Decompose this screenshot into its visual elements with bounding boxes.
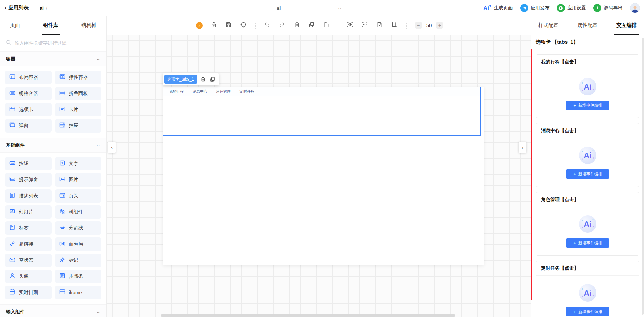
toolbar-group — [346, 21, 399, 30]
undo-button[interactable] — [263, 21, 272, 30]
component-item-label: 栅格容器 — [19, 91, 38, 97]
doc-check-button[interactable] — [375, 21, 384, 30]
component-item-卡片[interactable]: 卡片 — [55, 103, 102, 116]
info-button[interactable]: i — [195, 21, 204, 30]
breadcrumb-app-name: ai — [40, 5, 44, 11]
save-button[interactable] — [224, 21, 233, 30]
component-item-栅格容器[interactable]: 栅格容器 — [5, 87, 52, 100]
marker-icon — [59, 256, 66, 264]
add-event-button[interactable]: ＋新增事件编排 — [566, 101, 609, 110]
action-label: 生成页面 — [494, 5, 513, 11]
add-event-button[interactable]: ＋新增事件编排 — [566, 307, 609, 316]
horizontal-scrollbar[interactable] — [161, 314, 455, 317]
component-item-面包屑[interactable]: 面包屑 — [55, 237, 102, 251]
selection-chip[interactable]: 选项卡_tabs_1 — [164, 75, 197, 84]
scan-preview-button[interactable] — [346, 21, 355, 30]
component-item-文字[interactable]: 文字 — [55, 157, 102, 170]
action-export-source[interactable]: 源码导出 — [593, 4, 623, 12]
action-app-settings[interactable]: 应用设置 — [557, 4, 586, 12]
svg-text:Ai: Ai — [584, 220, 592, 229]
component-item-布局容器[interactable]: 布局容器 — [5, 71, 52, 84]
config-tab-样式配置[interactable]: 样式配置 — [538, 16, 558, 35]
component-item-标记[interactable]: 标记 — [55, 254, 102, 267]
zoom-out-button[interactable]: − — [415, 22, 422, 29]
config-tab-属性配置[interactable]: 属性配置 — [578, 16, 598, 35]
component-item-树组件[interactable]: 树组件 — [55, 205, 102, 219]
component-item-弹性容器[interactable]: 弹性容器 — [55, 71, 102, 84]
search-input[interactable] — [15, 40, 100, 46]
component-item-选项卡[interactable]: 选项卡 — [5, 103, 52, 116]
vertical-scrollbar[interactable] — [642, 38, 644, 315]
design-canvas[interactable]: 选项卡_tabs_1 我的行程消息中心角色管理定时任务 ‹ › — [107, 35, 531, 317]
component-item-抽屉[interactable]: 抽屉 — [55, 119, 102, 133]
scan-code-button[interactable] — [361, 21, 369, 30]
left-tab-结构树[interactable]: 结构树 — [81, 16, 96, 35]
delete-component-icon[interactable] — [200, 76, 206, 83]
page-selector[interactable]: ai ⌄ — [277, 0, 354, 16]
left-tab-页面[interactable]: 页面 — [10, 16, 20, 35]
canvas-toolbar: i−50+ — [107, 16, 531, 35]
avatar-icon — [9, 272, 16, 280]
component-item-头像[interactable]: 头像 — [5, 270, 52, 283]
chevron-down-icon: ⌄ — [337, 6, 342, 10]
target-icon — [240, 21, 247, 29]
iframe-icon — [59, 288, 66, 297]
action-generate-page[interactable]: Ai生成页面 — [483, 4, 513, 12]
component-item-label: 超链接 — [19, 241, 33, 247]
redo-button[interactable] — [278, 21, 286, 30]
trash-button[interactable] — [292, 21, 301, 30]
action-publish-app[interactable]: 应用发布 — [520, 4, 549, 12]
section-header-容器[interactable]: 容器⌄ — [0, 51, 106, 66]
component-item-提示弹窗[interactable]: 提示弹窗 — [5, 173, 52, 187]
selected-tabs-component[interactable]: 选项卡_tabs_1 我的行程消息中心角色管理定时任务 — [163, 87, 481, 136]
component-item-分割线[interactable]: 分割线 — [55, 221, 102, 235]
component-tab-我的行程[interactable]: 我的行程 — [169, 89, 184, 94]
component-tab-消息中心[interactable]: 消息中心 — [193, 89, 207, 94]
unlock-button[interactable] — [210, 21, 218, 30]
zoom-in-button[interactable]: + — [436, 22, 443, 29]
user-avatar[interactable] — [630, 3, 640, 13]
duplicate-component-icon[interactable] — [210, 76, 216, 83]
collapse-left-panel-button[interactable]: ‹ — [108, 142, 116, 153]
collapse-panel-icon — [59, 90, 66, 98]
topbar-divider — [34, 5, 34, 11]
frame-button[interactable] — [390, 21, 399, 30]
add-event-button[interactable]: ＋新增事件编排 — [566, 238, 609, 248]
component-item-标签[interactable]: 标签 — [5, 221, 52, 235]
component-item-label: 头像 — [19, 273, 29, 279]
component-item-图片[interactable]: 图片 — [55, 173, 102, 187]
component-item-幻灯片[interactable]: 幻灯片 — [5, 205, 52, 219]
component-search[interactable] — [0, 35, 106, 51]
component-tab-定时任务[interactable]: 定时任务 — [239, 89, 254, 94]
add-event-button[interactable]: ＋新增事件编排 — [566, 169, 609, 179]
component-item-按钮[interactable]: BTN按钮 — [5, 157, 52, 170]
component-item-超链接[interactable]: 超链接 — [5, 237, 52, 251]
component-item-描述列表[interactable]: 描述列表 — [5, 189, 52, 203]
action-label: 应用设置 — [567, 5, 586, 11]
component-item-label: 文字 — [69, 161, 78, 167]
config-tab-交互编排[interactable]: 交互编排 — [616, 16, 637, 35]
collapse-right-panel-button[interactable]: › — [519, 142, 526, 153]
section-header-基础组件[interactable]: 基础组件⌄ — [0, 138, 106, 153]
back-button[interactable]: ‹ 应用列表 — [5, 5, 29, 11]
component-item-弹窗[interactable]: 弹窗 — [5, 119, 52, 133]
component-tab-角色管理[interactable]: 角色管理 — [216, 89, 231, 94]
component-item-空状态[interactable]: 空状态 — [5, 254, 52, 267]
target-button[interactable] — [239, 21, 248, 30]
section-header-输入组件[interactable]: 输入组件⌄ — [0, 304, 106, 317]
paper-plane-icon — [520, 4, 528, 12]
component-item-label: 幻灯片 — [19, 209, 33, 215]
paste-button[interactable] — [322, 21, 331, 30]
component-item-label: 树组件 — [69, 209, 83, 215]
component-item-实时日期[interactable]: 实时日期 — [5, 286, 52, 299]
steps-icon — [59, 272, 66, 280]
left-tab-组件库[interactable]: 组件库 — [43, 16, 58, 35]
component-item-页头[interactable]: 页头 — [55, 189, 102, 203]
chevron-down-icon: ⌄ — [96, 57, 101, 61]
component-item-折叠面板[interactable]: 折叠面板 — [55, 87, 102, 100]
unlock-icon — [211, 21, 217, 29]
component-item-iframe[interactable]: iframe — [55, 286, 102, 299]
component-item-步骤条[interactable]: 步骤条 — [55, 270, 102, 283]
copy-button[interactable] — [307, 21, 316, 30]
page-artboard[interactable]: 选项卡_tabs_1 我的行程消息中心角色管理定时任务 — [163, 87, 484, 265]
